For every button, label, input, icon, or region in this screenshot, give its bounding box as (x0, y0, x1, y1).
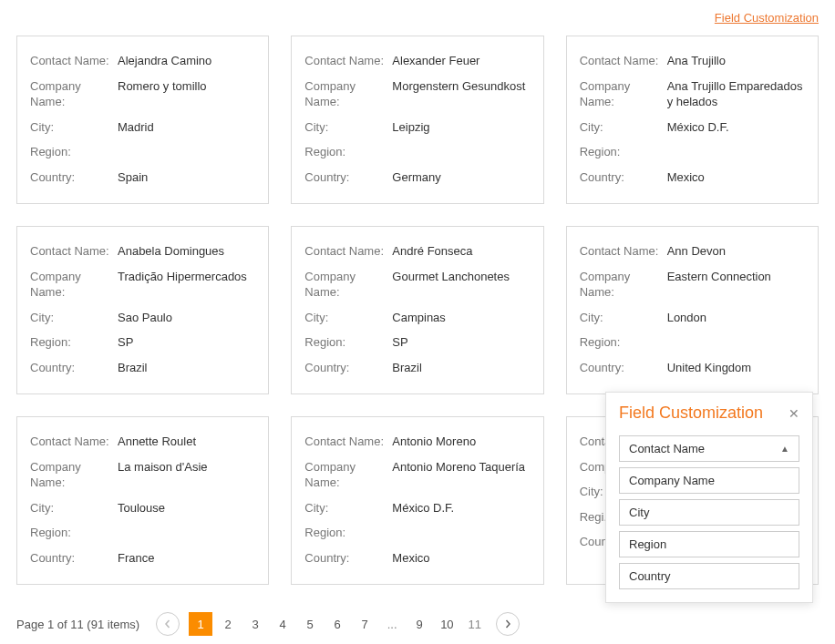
card-row: Company Name:Morgenstern Gesundkost (304, 78, 530, 110)
card: Contact Name:Antonio MorenoCompany Name:… (291, 416, 543, 585)
pager-page[interactable]: 7 (353, 612, 376, 636)
field-value (392, 525, 530, 541)
field-value: Spain (118, 169, 255, 186)
card-row: Region: (580, 144, 805, 160)
field-list: Contact Name▲Company NameCityRegionCount… (619, 435, 799, 589)
card-row: Company Name:Romero y tomillo (30, 78, 255, 110)
pager-page[interactable]: 5 (298, 612, 322, 636)
card: Contact Name:Alexander FeuerCompany Name… (291, 36, 543, 204)
pager-prev-button[interactable] (156, 612, 180, 636)
field-value: Anabela Domingues (118, 243, 255, 260)
pager-page[interactable]: 2 (216, 612, 240, 636)
field-value: Germany (392, 169, 530, 186)
field-label: Country: (304, 550, 392, 567)
field-value: Ana Trujillo Emparedados y helados (667, 78, 805, 110)
field-value: André Fonseca (392, 243, 530, 260)
field-item-label: Country (629, 569, 671, 583)
pager-page[interactable]: 4 (271, 612, 294, 636)
card-row: City:London (580, 310, 805, 326)
field-value: France (118, 550, 255, 567)
card-row: Contact Name:Annette Roulet (30, 434, 255, 450)
card: Contact Name:Ana TrujilloCompany Name:An… (566, 36, 819, 204)
field-value: Leipzig (392, 119, 530, 136)
field-value: Brazil (118, 360, 255, 376)
pager-page[interactable]: 6 (325, 612, 349, 636)
field-item[interactable]: Country (619, 563, 799, 589)
field-label: Company Name: (580, 78, 667, 110)
card-row: Country:Mexico (304, 550, 530, 567)
field-label: Country: (580, 169, 667, 186)
field-value (667, 334, 805, 351)
card-row: Region:SP (30, 334, 255, 351)
card-row: Contact Name:Ana Trujillo (580, 53, 805, 69)
sort-asc-icon: ▲ (780, 444, 789, 454)
field-value: Eastern Connection (667, 269, 805, 301)
field-label: Contact Name: (304, 243, 392, 260)
field-value: Toulouse (118, 500, 255, 516)
card: Contact Name:Ann DevonCompany Name:Easte… (566, 226, 819, 394)
field-value: Tradição Hipermercados (118, 269, 255, 301)
field-value: United Kingdom (667, 360, 805, 376)
field-customization-link[interactable]: Field Customization (715, 11, 819, 25)
card-row: Contact Name:André Fonseca (304, 243, 530, 260)
field-value: SP (392, 334, 530, 351)
field-value: Romero y tomillo (118, 78, 255, 110)
field-value: Brazil (392, 360, 530, 376)
field-item-label: City (629, 506, 649, 519)
card-row: Contact Name:Alexander Feuer (304, 53, 530, 69)
field-value (118, 525, 255, 541)
field-item[interactable]: Company Name (619, 467, 799, 494)
field-value (392, 144, 530, 160)
field-label: City: (30, 310, 118, 326)
field-value: Ana Trujillo (667, 53, 805, 69)
field-label: Region: (30, 525, 118, 541)
card: Contact Name:Alejandra CaminoCompany Nam… (16, 36, 269, 204)
field-item[interactable]: Contact Name▲ (619, 435, 799, 462)
field-value: Alejandra Camino (118, 53, 255, 69)
field-label: Company Name: (580, 269, 667, 301)
pager-page[interactable]: 1 (189, 612, 212, 636)
card-row: Country:Brazil (304, 360, 530, 376)
field-label: Region: (30, 334, 118, 351)
card-row: Contact Name:Alejandra Camino (30, 53, 255, 69)
card-row: City:México D.F. (580, 119, 805, 136)
pager-ellipsis: ... (380, 618, 404, 631)
field-item-label: Region (629, 537, 666, 551)
field-value: Antonio Moreno Taquería (392, 459, 530, 491)
field-label: Region: (304, 144, 392, 160)
card-row: City:Madrid (30, 119, 255, 136)
field-label: Company Name: (30, 459, 118, 491)
field-label: Region: (304, 525, 392, 541)
card: Contact Name:Annette RouletCompany Name:… (16, 416, 269, 585)
pager-next-button[interactable] (496, 612, 520, 636)
field-value: Campinas (392, 310, 530, 326)
field-item[interactable]: Region (619, 531, 799, 557)
field-value: México D.F. (667, 119, 805, 136)
field-label: Country: (30, 360, 118, 376)
pager-pages: 1234567...91011 (189, 612, 487, 636)
field-label: Region: (580, 334, 667, 351)
pager-page[interactable]: 9 (407, 612, 431, 636)
field-label: Region: (580, 144, 667, 160)
field-label: City: (30, 500, 118, 516)
card-row: Company Name:Antonio Moreno Taquería (304, 459, 530, 491)
close-icon[interactable]: ✕ (789, 407, 799, 420)
field-label: Region: (30, 144, 118, 160)
card-row: City:Campinas (304, 310, 530, 326)
field-value: London (667, 310, 805, 326)
card-row: Contact Name:Ann Devon (580, 243, 805, 260)
pager-page[interactable]: 11 (463, 612, 487, 636)
pager-page[interactable]: 10 (435, 612, 459, 636)
field-value: Annette Roulet (118, 434, 255, 450)
field-label: Company Name: (30, 269, 118, 301)
card-row: Region: (30, 525, 255, 541)
field-value (667, 144, 805, 160)
field-item[interactable]: City (619, 499, 799, 526)
card-row: Company Name:La maison d'Asie (30, 459, 255, 491)
field-label: Contact Name: (30, 434, 118, 450)
field-label: City: (30, 119, 118, 136)
pager-page[interactable]: 3 (243, 612, 267, 636)
card: Contact Name:Anabela DominguesCompany Na… (16, 226, 269, 394)
field-label: Company Name: (304, 78, 392, 110)
field-item-label: Company Name (629, 474, 715, 487)
